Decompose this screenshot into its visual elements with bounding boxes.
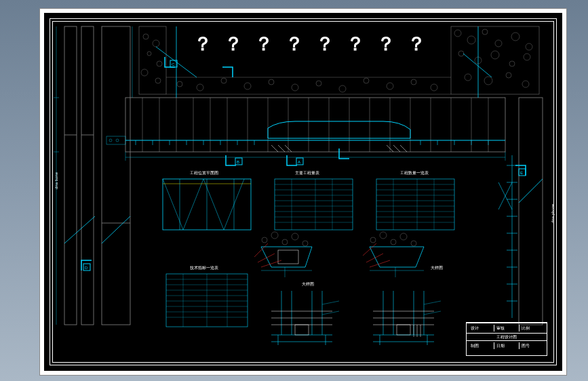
elevation-band xyxy=(125,98,505,152)
svg-point-23 xyxy=(506,73,511,78)
svg-point-5 xyxy=(157,61,162,66)
svg-point-33 xyxy=(364,78,369,83)
svg-point-3 xyxy=(153,40,159,47)
detail-truss: 工程位置平面图 xyxy=(163,171,251,230)
svg-point-168 xyxy=(391,239,396,245)
svg-line-172 xyxy=(366,254,383,262)
svg-rect-130 xyxy=(376,179,454,230)
section-markers xyxy=(64,26,543,270)
svg-point-26 xyxy=(197,84,203,91)
svg-point-24 xyxy=(522,81,529,87)
svg-line-173 xyxy=(370,260,390,267)
svg-line-207 xyxy=(424,301,441,304)
tb-cell: 制图 xyxy=(469,342,494,349)
svg-point-158 xyxy=(292,233,298,240)
svg-point-21 xyxy=(465,74,471,81)
svg-point-15 xyxy=(526,43,532,50)
svg-rect-200 xyxy=(397,325,410,335)
svg-point-4 xyxy=(147,52,151,56)
tb-cell: 图号 xyxy=(519,342,545,349)
svg-point-13 xyxy=(495,40,502,47)
qmark-8: ？ xyxy=(407,33,426,54)
svg-point-156 xyxy=(271,232,278,239)
svg-line-208 xyxy=(424,311,441,315)
svg-rect-77 xyxy=(64,26,77,325)
svg-line-161 xyxy=(254,243,268,257)
svg-point-6 xyxy=(141,69,148,76)
detail-table-1: 主要工程量表 xyxy=(275,170,353,230)
cad-modelspace[interactable]: ？ ？ ？ ？ ？ ？ ？ ？ xyxy=(44,13,562,371)
qmark-7: ？ xyxy=(376,33,395,54)
svg-rect-79 xyxy=(102,26,130,325)
svg-rect-78 xyxy=(81,26,94,325)
svg-line-109 xyxy=(183,179,203,230)
svg-text:B: B xyxy=(237,160,239,164)
fence-right xyxy=(498,155,517,318)
svg-point-167 xyxy=(380,232,387,239)
svg-point-18 xyxy=(491,51,499,59)
section-letters: A B C D E xyxy=(83,60,526,270)
svg-line-190 xyxy=(322,301,339,304)
svg-point-22 xyxy=(484,77,492,85)
svg-text:C: C xyxy=(172,62,175,66)
svg-text:大样图: 大样图 xyxy=(431,266,443,270)
svg-point-157 xyxy=(282,239,288,245)
detail-section-a xyxy=(254,232,312,277)
tb-cell: 审核 xyxy=(494,325,520,332)
svg-point-7 xyxy=(155,78,161,83)
label-right: dna phone xyxy=(551,203,555,223)
svg-text:E: E xyxy=(520,171,523,175)
svg-point-11 xyxy=(467,36,475,44)
svg-point-35 xyxy=(411,79,416,85)
title-block: 设计 审核 比例 工程设计图 制图 日期 图号 xyxy=(466,322,547,356)
qmark-4: ？ xyxy=(285,33,304,54)
svg-point-31 xyxy=(316,81,321,86)
qmark-3: ？ xyxy=(254,33,273,54)
svg-point-27 xyxy=(221,78,227,83)
detail-section-b: 大样图 xyxy=(363,232,443,277)
svg-point-28 xyxy=(244,83,251,89)
detail-table-3: 技术指标一览表 xyxy=(166,266,248,327)
svg-point-36 xyxy=(431,84,437,91)
svg-point-20 xyxy=(524,54,530,60)
svg-line-72 xyxy=(278,145,285,152)
svg-line-110 xyxy=(203,179,224,230)
svg-point-29 xyxy=(269,79,274,85)
svg-text:技术指标一览表: 技术指标一览表 xyxy=(189,266,218,270)
svg-line-76 xyxy=(400,145,407,152)
svg-point-2 xyxy=(143,34,149,39)
svg-point-32 xyxy=(339,85,346,92)
svg-point-10 xyxy=(454,30,461,37)
svg-rect-1 xyxy=(451,26,539,94)
tb-cell: 设计 xyxy=(469,325,494,332)
svg-point-16 xyxy=(458,51,464,56)
svg-point-25 xyxy=(177,81,182,87)
svg-rect-186 xyxy=(295,325,309,335)
svg-rect-37 xyxy=(125,98,505,152)
svg-line-75 xyxy=(393,145,400,152)
detail-table-2: 工程数量一览表 xyxy=(376,171,454,230)
svg-point-218 xyxy=(116,139,119,142)
dims xyxy=(54,26,505,325)
qmark-1: ？ xyxy=(193,33,212,54)
svg-point-166 xyxy=(370,237,376,243)
qmark-2: ？ xyxy=(224,33,243,54)
side-sections xyxy=(64,26,543,325)
svg-line-71 xyxy=(271,145,278,152)
svg-point-170 xyxy=(411,241,416,246)
tb-cell: 比例 xyxy=(519,325,545,332)
svg-line-108 xyxy=(163,179,183,230)
svg-point-159 xyxy=(302,241,308,246)
qmark-6: ？ xyxy=(346,33,365,54)
svg-point-14 xyxy=(511,33,520,41)
tb-cell: 日期 xyxy=(494,342,520,349)
paper-sheet: ？ ？ ？ ？ ？ ？ ？ ？ xyxy=(39,8,567,376)
svg-point-12 xyxy=(482,29,488,35)
detail-footing-1: 大样图 xyxy=(271,282,339,345)
svg-point-34 xyxy=(387,83,393,89)
cad-drawing-svg: ？ ？ ？ ？ ？ ？ ？ ？ xyxy=(44,13,562,371)
svg-point-155 xyxy=(262,237,267,243)
svg-point-30 xyxy=(292,84,298,91)
svg-text:D: D xyxy=(85,266,88,270)
svg-text:A: A xyxy=(298,160,300,164)
